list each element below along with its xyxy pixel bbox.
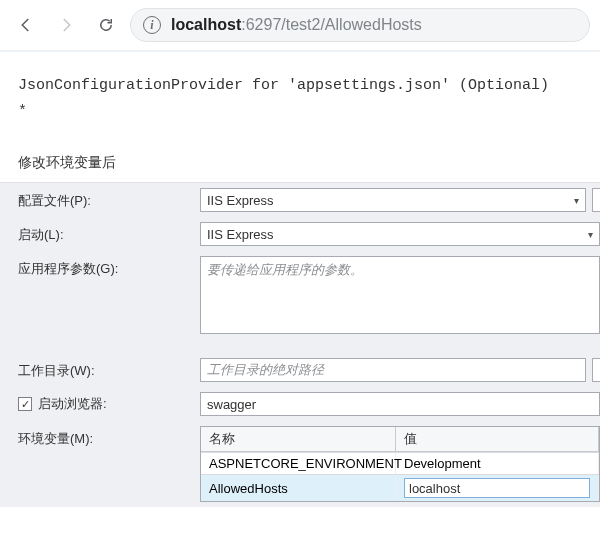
chevron-down-icon: ▾	[588, 229, 593, 240]
site-info-icon[interactable]: i	[143, 16, 161, 34]
envvars-header: 名称 值	[201, 427, 599, 452]
back-button[interactable]	[10, 9, 42, 41]
profile-side-button[interactable]	[592, 188, 600, 212]
output-line-2: *	[18, 100, 584, 124]
browser-toolbar: i localhost:6297/test2/AllowedHosts	[0, 0, 600, 52]
forward-button[interactable]	[50, 9, 82, 41]
env-value-cell: Development	[396, 453, 599, 474]
args-textarea[interactable]: 要传递给应用程序的参数。	[200, 256, 600, 334]
launch-browser-label: 启动浏览器:	[38, 395, 107, 413]
url-host: localhost	[171, 16, 241, 33]
url-rest: :6297/test2/AllowedHosts	[241, 16, 422, 33]
output-line-1: JsonConfigurationProvider for 'appsettin…	[18, 77, 549, 94]
launch-profile-form: 配置文件(P): IIS Express ▾ 启动(L): IIS Expres…	[0, 182, 600, 507]
table-row[interactable]: AllowedHosts	[201, 474, 599, 501]
address-bar[interactable]: i localhost:6297/test2/AllowedHosts	[130, 8, 590, 42]
page-output: JsonConfigurationProvider for 'appsettin…	[0, 52, 600, 128]
envvars-table[interactable]: 名称 值 ASPNETCORE_ENVIRONMENT Development …	[200, 426, 600, 502]
launch-browser-checkbox[interactable]: ✓	[18, 397, 32, 411]
workdir-input[interactable]: 工作目录的绝对路径	[200, 358, 586, 382]
launch-combobox[interactable]: IIS Express ▾	[200, 222, 600, 246]
workdir-placeholder: 工作目录的绝对路径	[207, 361, 324, 379]
chevron-down-icon: ▾	[574, 195, 579, 206]
args-placeholder: 要传递给应用程序的参数。	[207, 257, 363, 279]
env-name-cell: AllowedHosts	[201, 475, 396, 501]
env-value-cell[interactable]	[396, 475, 599, 501]
profile-value: IIS Express	[207, 193, 273, 208]
section-caption: 修改环境变量后	[0, 128, 600, 182]
envvars-label: 环境变量(M):	[18, 426, 200, 448]
table-row[interactable]: ASPNETCORE_ENVIRONMENT Development	[201, 452, 599, 474]
launch-browser-value: swagger	[207, 397, 256, 412]
workdir-browse-button[interactable]	[592, 358, 600, 382]
launch-browser-input[interactable]: swagger	[200, 392, 600, 416]
url-text: localhost:6297/test2/AllowedHosts	[171, 16, 422, 34]
reload-icon	[97, 16, 115, 34]
env-name-cell: ASPNETCORE_ENVIRONMENT	[201, 453, 396, 474]
launch-label: 启动(L):	[18, 222, 200, 244]
reload-button[interactable]	[90, 9, 122, 41]
workdir-label: 工作目录(W):	[18, 358, 200, 380]
arrow-left-icon	[17, 16, 35, 34]
envvars-col-name: 名称	[201, 427, 396, 452]
arrow-right-icon	[57, 16, 75, 34]
envvars-col-value: 值	[396, 427, 599, 452]
args-label: 应用程序参数(G):	[18, 256, 200, 278]
launch-value: IIS Express	[207, 227, 273, 242]
profile-label: 配置文件(P):	[18, 188, 200, 210]
check-icon: ✓	[21, 398, 30, 411]
launch-browser-row: ✓ 启动浏览器:	[18, 392, 200, 413]
env-value-input[interactable]	[404, 478, 590, 498]
profile-combobox[interactable]: IIS Express ▾	[200, 188, 586, 212]
